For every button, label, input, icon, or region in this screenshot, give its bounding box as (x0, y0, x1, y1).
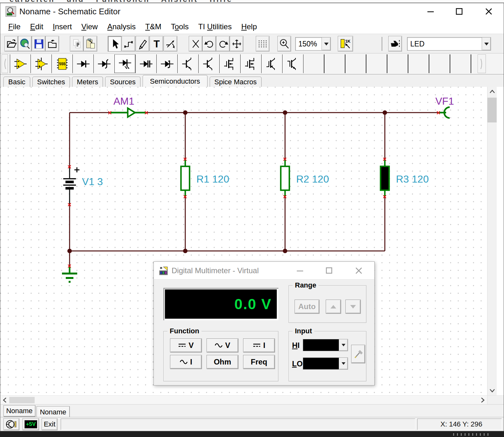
probe-pick-button[interactable] (351, 345, 365, 363)
resistor-r3[interactable]: R3 120 (381, 160, 429, 196)
input-lo-combo[interactable] (303, 357, 348, 370)
crosshair-button[interactable] (230, 36, 243, 52)
scroll-down-button[interactable] (487, 386, 497, 395)
menu-tools[interactable]: Tools (166, 22, 194, 31)
palette-diode-button[interactable] (73, 54, 94, 73)
dimension-tool-button[interactable] (164, 36, 177, 52)
palette-scroll-left-button[interactable] (2, 54, 8, 73)
menu-file[interactable]: File (3, 22, 25, 31)
function-dc-current-button[interactable]: I (243, 338, 275, 352)
battery-label[interactable]: V1 3 (82, 176, 103, 187)
save-button[interactable] (32, 36, 45, 52)
grid-toggle-button[interactable] (256, 36, 269, 52)
copy-button[interactable] (70, 36, 84, 52)
voltage-pin-vf1[interactable]: VF1 (435, 95, 454, 118)
menu-edit[interactable]: Edit (25, 22, 48, 31)
open-button[interactable] (4, 36, 18, 52)
component-select-dropdown[interactable] (482, 38, 491, 50)
paste-button[interactable] (84, 36, 97, 52)
multimeter-titlebar[interactable]: Digital Multimeter - Virtual (154, 262, 374, 280)
resistor-r3-label[interactable]: R3 120 (396, 173, 429, 185)
menu-ti-utilities[interactable]: TI Utilities (194, 22, 236, 31)
ammeter-am1[interactable]: AM1 (111, 95, 146, 117)
ammeter-label[interactable]: AM1 (113, 95, 134, 107)
select-cursor-button[interactable] (108, 36, 121, 52)
palette-igbt-p-button[interactable] (283, 54, 303, 73)
tab-meters[interactable]: Meters (72, 77, 103, 87)
component-select-combo[interactable]: LED (407, 37, 491, 51)
tab-switches[interactable]: Switches (32, 77, 70, 87)
scroll-left-button[interactable] (0, 396, 9, 404)
component-values-button[interactable]: 1K (338, 36, 353, 52)
menu-insert[interactable]: Insert (48, 22, 77, 31)
palette-pnp-transistor-button[interactable] (199, 54, 220, 73)
wire-tool-button[interactable] (122, 36, 135, 52)
menu-view[interactable]: View (77, 22, 103, 31)
palette-nmos-button[interactable] (220, 54, 241, 73)
doc-tab-noname-1[interactable]: Noname (3, 405, 35, 417)
doc-tab-noname-2[interactable]: Noname (37, 406, 70, 418)
palette-schottky-diode-button[interactable] (157, 54, 178, 73)
tab-basic[interactable]: Basic (3, 77, 30, 87)
multimeter-maximize-button[interactable] (318, 262, 340, 280)
multimeter-minimize-button[interactable] (289, 262, 311, 280)
vertical-scroll-thumb[interactable] (487, 98, 497, 122)
tab-spice-macros[interactable]: Spice Macros (210, 77, 262, 87)
palette-scroll-right-button[interactable] (478, 54, 486, 73)
cut-button[interactable] (189, 36, 202, 52)
multimeter-close-button[interactable] (348, 262, 370, 280)
transistor-tool-button[interactable] (3, 418, 19, 430)
undo-button[interactable] (202, 36, 216, 52)
palette-varicap-diode-button[interactable] (136, 54, 157, 73)
palette-led-button[interactable] (115, 54, 136, 73)
range-auto-button[interactable]: Auto (295, 300, 319, 314)
palette-pmos-button[interactable] (241, 54, 262, 73)
scroll-up-button[interactable] (487, 87, 497, 96)
scroll-right-button[interactable] (478, 396, 487, 404)
zoom-level-dropdown[interactable] (322, 38, 330, 50)
range-down-button[interactable] (345, 300, 361, 314)
vertical-scrollbar[interactable] (487, 87, 497, 395)
palette-555-timer-button[interactable]: 555 (52, 54, 73, 73)
open-from-web-button[interactable] (18, 36, 32, 52)
ground-symbol[interactable] (62, 267, 77, 282)
input-lo-dropdown[interactable] (339, 358, 348, 369)
palette-zener-diode-button[interactable] (94, 54, 115, 73)
function-ac-voltage-button[interactable]: V (207, 338, 238, 352)
range-up-button[interactable] (326, 300, 341, 314)
zoom-level-combo[interactable]: 150% (295, 37, 331, 51)
tab-sources[interactable]: Sources (105, 77, 140, 87)
pencil-button[interactable] (136, 36, 149, 52)
text-tool-button[interactable]: T (150, 36, 163, 52)
function-ac-current-button[interactable]: I (170, 355, 202, 369)
multimeter-dialog[interactable]: Digital Multimeter - Virtual 0.0 V Range… (153, 261, 375, 385)
function-dc-voltage-button[interactable]: V (170, 338, 202, 352)
probe-label[interactable]: VF1 (435, 95, 454, 107)
input-hi-dropdown[interactable] (339, 339, 348, 351)
menu-help[interactable]: Help (236, 22, 262, 31)
function-freq-button[interactable]: Freq (243, 355, 275, 369)
palette-opamp-power-button[interactable] (31, 54, 52, 73)
menu-analysis[interactable]: Analysis (103, 22, 140, 31)
last-component-button[interactable] (388, 36, 402, 52)
menu-tm[interactable]: T&M (140, 22, 166, 31)
close-button[interactable] (477, 3, 501, 20)
horizontal-scrollbar[interactable] (0, 395, 504, 404)
resistor-r1-label[interactable]: R1 120 (196, 173, 229, 185)
resistor-r2-label[interactable]: R2 120 (296, 173, 329, 185)
maximize-button[interactable] (447, 3, 471, 20)
open-file-button[interactable] (45, 36, 59, 52)
palette-opamp-button[interactable] (10, 54, 31, 73)
battery-v1[interactable]: V1 3 (63, 167, 103, 204)
minimize-button[interactable] (419, 3, 443, 20)
palette-npn-transistor-button[interactable] (178, 54, 199, 73)
palette-igbt-n-button[interactable] (262, 54, 283, 73)
power-5v-button[interactable]: +5V (23, 418, 39, 430)
redo-button[interactable] (216, 36, 230, 52)
resistor-r1[interactable]: R1 120 (181, 160, 229, 196)
tab-semiconductors[interactable]: Semiconductors (143, 75, 208, 87)
resistor-r2[interactable]: R2 120 (281, 160, 329, 196)
function-ohm-button[interactable]: Ohm (207, 355, 238, 369)
input-hi-combo[interactable] (303, 339, 348, 351)
zoom-in-button[interactable] (277, 36, 291, 52)
